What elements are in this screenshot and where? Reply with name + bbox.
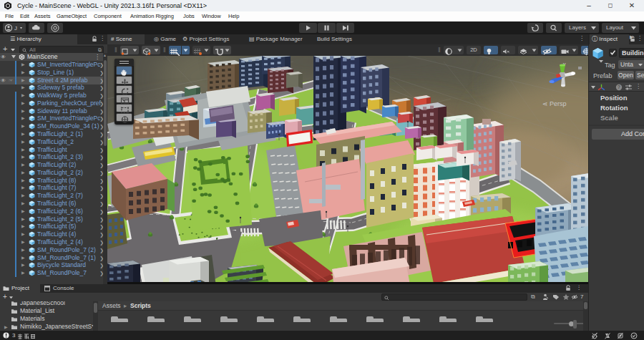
svg-text:⋖ Persp: ⋖ Persp — [542, 100, 567, 107]
svg-text:J: J — [14, 25, 17, 31]
svg-text:?: ? — [618, 84, 620, 89]
